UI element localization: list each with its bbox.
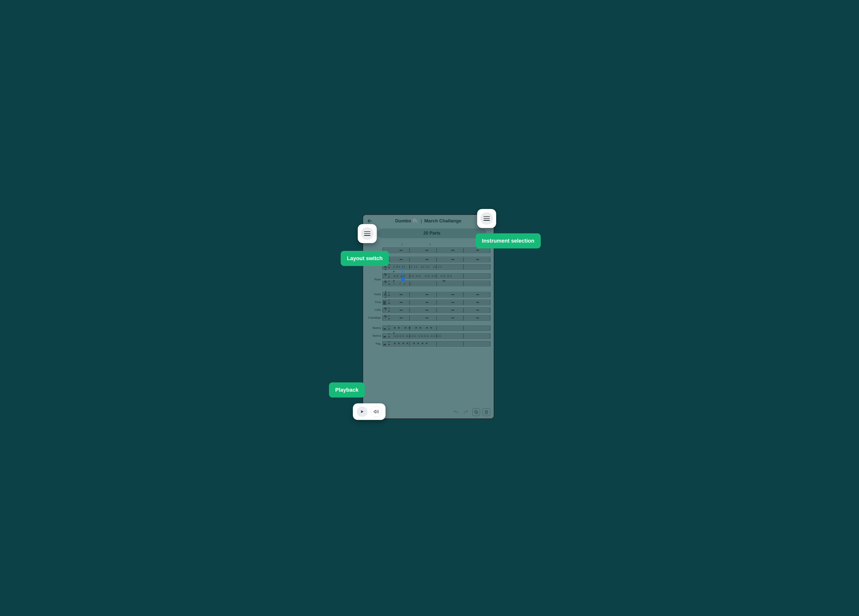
redo-icon [464,410,469,415]
staff-system-strings: Violín 𝄞 24 Viola 𝄡 24 [365,291,492,322]
title-left: Dumbo 🐘 [395,218,419,224]
staff[interactable]: 𝄞 24 ♪ 𝄾♪♪ ♪♪ ♪♪ ♪♪ ♪♪ ♪♪ ♪♪ ♪♪ p [383,263,490,270]
layout-switch-button[interactable] [358,224,377,243]
staff[interactable]: 𝄢 24 [383,307,490,313]
app-window: Dumbo 🐘 | March Challange 20 Parts 2 3 [362,214,494,419]
app-header: Dumbo 🐘 | March Challange [363,215,494,227]
measure-number: 2 [401,243,403,246]
callout-layout-switch: Layout switch [340,251,389,266]
title-right: March Challange [424,218,461,224]
instrument-label: Contrabajo [365,316,383,320]
instrument-label: Nag. [365,342,383,345]
music-notes: ♫♫ ♫♫ ♫♫ ♫♫ ♫♫ ♫♫ ♫♫ ♫♫ [393,273,489,279]
staff-system-percussion: Batería 𝄥𝄥 24 ✕ ✕ ✕ ✕ ✕ ✕ ✕ ✕ p Batería … [365,324,492,348]
staff[interactable] [383,247,490,254]
instrument-selection-button[interactable] [477,209,496,228]
playback-controls [353,403,386,420]
svg-marker-2 [361,410,364,413]
volume-icon [373,409,379,414]
instrument-label: Viola [365,300,383,304]
instrument-label: Cello [365,308,383,312]
parts-label: 20 Parts [423,231,440,236]
annotated-screenshot: Dumbo 🐘 | March Challange 20 Parts 2 3 [275,197,584,419]
music-notes: 𝅗𝅥 — 𝅗𝅥 𝅗𝅥 — 𝅗𝅥 [393,280,489,287]
staff[interactable]: 𝄢 24 ♫♫ ♫♫ ♫♫ ♫♫ ♫♫ ♫♫ ♫♫ ♫♫ p pp [383,273,490,279]
trash-icon [484,410,489,414]
staff[interactable]: 𝄥𝄥 24 ♫♫♫♫ ♫♫♫♫ ♫♫♫♫ ♫♫♫♫ [383,332,490,339]
instrument-label: Batería [365,326,383,330]
page-title: Dumbo 🐘 | March Challange [374,218,483,224]
music-notes: ✕ ✕ ✕ ✕ ✕ ✕ ✕ ✕ [393,340,489,347]
callout-playback: Playback [329,382,365,398]
undo-icon [453,410,458,415]
staff[interactable]: 𝄥𝄥 24 ✕ ✕ ✕ ✕ ✕ ✕ ✕ ✕ [383,340,490,347]
music-notes: ♪ 𝄾♪♪ ♪♪ ♪♪ ♪♪ ♪♪ ♪♪ ♪♪ ♪♪ [393,263,489,270]
hamburger-icon [484,216,490,221]
playback-cursor-line [403,268,403,277]
delete-button[interactable] [483,408,490,416]
instrument-label: Violín [365,293,383,296]
arrow-left-icon [367,218,372,224]
redo-button[interactable] [462,408,470,416]
staff[interactable]: 𝄞 24 [383,291,490,298]
measure-number: 3 [430,243,431,246]
parts-selector[interactable]: 20 Parts [378,228,486,238]
music-notes: ♫♫♫♫ ♫♫♫♫ ♫♫♫♫ ♫♫♫♫ [393,332,489,339]
staff[interactable]: 𝄢 24 [383,315,490,321]
volume-button[interactable] [371,406,382,417]
play-icon [360,409,364,414]
staff[interactable]: 𝄥𝄥 24 ✕ ✕ ✕ ✕ ✕ ✕ ✕ ✕ p [383,325,490,332]
play-button[interactable] [357,406,367,417]
staff[interactable]: 𝄡 24 [383,299,490,306]
dynamic-p: p [393,270,395,273]
instrument-label: Piano [365,278,383,281]
select-mode-button[interactable] [472,408,480,416]
svg-marker-3 [374,410,376,413]
instrument-label: Batería [365,334,383,338]
measure-numbers: 2 3 [365,243,492,246]
back-button[interactable] [365,217,374,225]
title-separator: | [421,218,422,224]
hamburger-icon [364,231,370,236]
staff[interactable]: 𝄞 24 [383,256,490,263]
copy-check-icon [474,410,478,414]
callout-instrument-selection: Instrument selection [476,233,541,248]
staff[interactable]: 𝄢 24 𝅗𝅥 — 𝅗𝅥 𝅗𝅥 — 𝅗𝅥 [383,280,490,287]
music-notes: ✕ ✕ ✕ ✕ ✕ ✕ ✕ ✕ [393,325,489,332]
staff-system-piano: Piano 𝄢 24 ♫♫ ♫♫ ♫♫ ♫♫ ♫♫ ♫♫ ♫♫ ♫♫ p pp … [365,272,492,287]
undo-button[interactable] [452,408,459,416]
